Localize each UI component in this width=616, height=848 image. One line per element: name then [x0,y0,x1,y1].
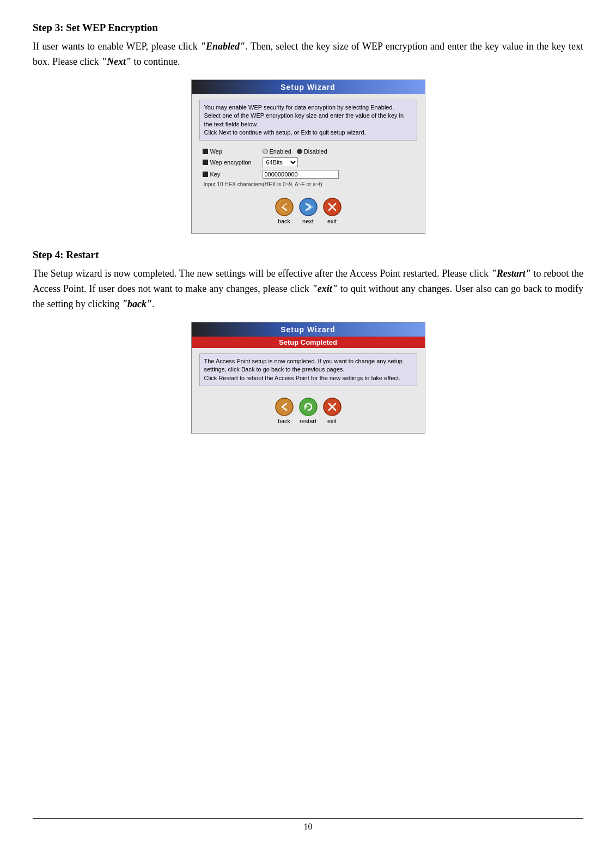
wep-row: Wep Enabled Disabled [203,148,414,155]
step4-exit-button[interactable] [322,397,342,417]
step4-restart-icon [298,397,318,417]
key-label: Key [203,171,263,178]
key-hint: Input 10 HEX characters(HEX is 0~9, A~F … [204,181,414,187]
page-footer: 10 [0,818,616,832]
step4-exit-btn-group[interactable]: exit [322,397,342,424]
step4-wizard-box: Setup Wizard Setup Completed The Access … [191,322,425,434]
step3-exit-btn-group[interactable]: exit [322,197,342,224]
step3-back-btn-group[interactable]: back [275,197,294,224]
step3-back-button[interactable] [275,197,294,217]
step3-next-btn-group[interactable]: next [298,197,318,224]
step3-wizard: Setup Wizard You may enable WEP security… [33,80,583,234]
step4-wizard-buttons: back restart [199,392,417,429]
step4-back-button[interactable] [275,397,294,417]
step4-wizard-body: The Access Point setup is now completed.… [192,348,425,433]
step4-heading: Step 4: Restart [33,249,583,261]
step3-exit-button[interactable] [322,197,342,217]
step4-section: Step 4: Restart The Setup wizard is now … [33,249,583,434]
key-square-icon [203,172,208,177]
key-row: Key [203,170,414,179]
step4-wizard-description: The Access Point setup is now completed.… [199,353,417,386]
step4-back-btn-group[interactable]: back [275,397,294,424]
step4-completed-title: Setup Completed [192,337,425,348]
wep-square-icon [203,149,208,154]
step3-back-label: back [278,218,290,224]
step4-restart-btn-group[interactable]: restart [298,397,318,424]
step4-restart-label: restart [300,418,316,424]
back-icon [275,197,294,217]
wep-encryption-row: Wep encryption 64Bits 128Bits [203,157,414,167]
step4-exit-label: exit [327,418,337,424]
svg-point-5 [276,398,293,416]
step4-restart-button[interactable] [298,397,318,417]
step3-heading: Step 3: Set WEP Encryption [33,22,583,34]
step4-wizard-titlebar: Setup Wizard [192,322,425,337]
next-icon [298,197,318,217]
step3-wizard-buttons: back next [199,192,417,229]
step4-exit-icon [322,397,342,417]
step3-wizard-form: Wep Enabled Disabled [199,146,417,192]
step3-next-label: next [302,218,314,224]
step4-paragraph: The Setup wizard is now completed. The n… [33,266,583,312]
wep-encryption-label: Wep encryption [203,159,263,166]
step4-back-label: back [278,418,290,424]
step4-wizard: Setup Wizard Setup Completed The Access … [33,322,583,434]
exit-icon [322,197,342,217]
step3-exit-label: exit [327,218,337,224]
wep-enc-square-icon [203,160,208,165]
disabled-radio-icon[interactable] [297,149,302,154]
step4-back-icon [275,397,294,417]
step3-next-button[interactable] [298,197,318,217]
step3-wizard-description: You may enable WEP security for data enc… [199,100,417,141]
wep-label: Wep [203,148,263,155]
footer-divider [33,818,583,819]
svg-point-6 [300,398,317,416]
key-input[interactable] [263,170,339,179]
step3-wizard-titlebar: Setup Wizard [192,80,425,94]
step3-wizard-body: You may enable WEP security for data enc… [192,94,425,234]
step3-paragraph: If user wants to enable WEP, please clic… [33,39,583,70]
page-number: 10 [304,822,313,832]
wep-encryption-select[interactable]: 64Bits 128Bits [263,157,298,167]
step3-section: Step 3: Set WEP Encryption If user wants… [33,22,583,234]
svg-point-1 [300,198,317,216]
wep-enabled-radio[interactable]: Enabled [263,148,291,155]
step3-wizard-box: Setup Wizard You may enable WEP security… [191,80,425,234]
enabled-radio-icon[interactable] [263,149,268,154]
wep-radio-group[interactable]: Enabled Disabled [263,148,327,155]
wep-disabled-radio[interactable]: Disabled [297,148,327,155]
